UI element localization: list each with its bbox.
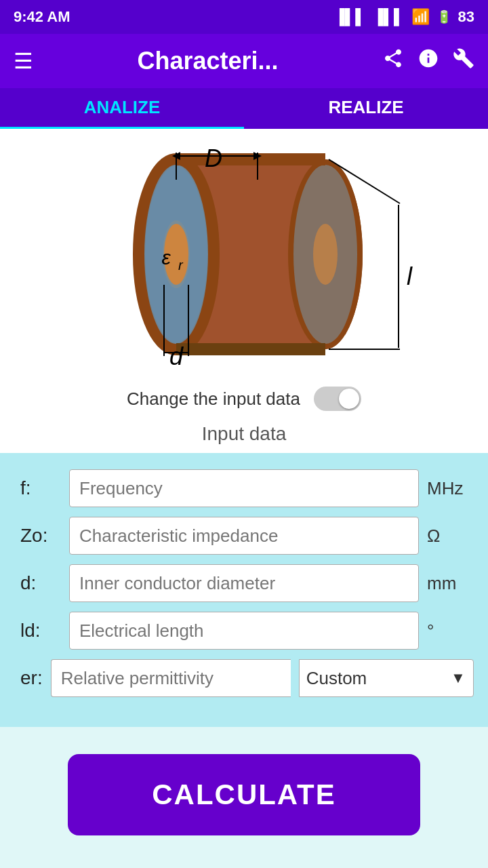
- svg-text:ε: ε: [161, 246, 171, 269]
- coaxial-diagram: D d ε r l: [68, 149, 420, 366]
- main-content: D d ε r l: [0, 129, 488, 727]
- electrical-length-input[interactable]: [69, 612, 419, 650]
- impedance-row: Zo: Ω: [20, 517, 468, 555]
- svg-text:d: d: [169, 342, 184, 366]
- signal-icon: ▐▌▌: [334, 8, 366, 26]
- battery-icon: 🔋: [436, 9, 451, 24]
- toggle-knob: [339, 389, 359, 409]
- electrical-length-label: ld:: [20, 620, 61, 642]
- diagram-area: D d ε r l: [0, 142, 488, 380]
- calculate-button[interactable]: CALCULATE: [68, 754, 420, 835]
- input-data-toggle[interactable]: [314, 387, 361, 411]
- status-right: ▐▌▌ ▐▌▌ 📶 🔋 83: [334, 8, 474, 26]
- inner-diameter-unit: mm: [427, 573, 468, 594]
- inner-diameter-input[interactable]: [69, 564, 419, 602]
- status-bar: 9:42 AM ▐▌▌ ▐▌▌ 📶 🔋 83: [0, 0, 488, 34]
- electrical-length-unit: °: [427, 620, 468, 642]
- page-title: Characteri...: [47, 47, 369, 75]
- svg-text:l: l: [407, 262, 413, 290]
- toggle-label: Change the input data: [127, 389, 300, 410]
- permittivity-input[interactable]: [51, 659, 291, 697]
- frequency-row: f: MHz: [20, 469, 468, 507]
- tab-analize[interactable]: ANALIZE: [0, 88, 244, 129]
- tab-realize[interactable]: REALIZE: [244, 88, 488, 129]
- toggle-area: Change the input data: [0, 380, 488, 418]
- permittivity-dropdown[interactable]: Custom Air (1.0) PTFE (2.1) Polyethylene…: [299, 659, 474, 697]
- impedance-input[interactable]: [69, 517, 419, 555]
- battery-level: 83: [458, 8, 474, 26]
- permittivity-dropdown-container: Custom Air (1.0) PTFE (2.1) Polyethylene…: [299, 659, 474, 697]
- frequency-unit: MHz: [427, 478, 468, 499]
- impedance-unit: Ω: [427, 526, 468, 547]
- status-time: 9:42 AM: [14, 8, 70, 26]
- inner-diameter-row: d: mm: [20, 564, 468, 602]
- signal-icon-2: ▐▌▌: [373, 8, 405, 26]
- app-header: ☰ Characteri...: [0, 34, 488, 88]
- tab-bar: ANALIZE REALIZE: [0, 88, 488, 129]
- svg-text:D: D: [205, 149, 222, 172]
- wrench-icon[interactable]: [453, 47, 474, 75]
- info-icon[interactable]: [418, 47, 439, 75]
- menu-icon[interactable]: ☰: [14, 48, 33, 74]
- impedance-label: Zo:: [20, 525, 61, 547]
- frequency-label: f:: [20, 477, 61, 499]
- input-form: f: MHz Zo: Ω d: mm ld: ° er:: [0, 453, 488, 727]
- svg-point-10: [313, 224, 338, 285]
- permittivity-label: er:: [20, 667, 43, 689]
- permittivity-row: er: Custom Air (1.0) PTFE (2.1) Polyethy…: [20, 659, 468, 697]
- electrical-length-row: ld: °: [20, 612, 468, 650]
- frequency-input[interactable]: [69, 469, 419, 507]
- input-data-section-label: Input data: [0, 418, 488, 453]
- wifi-icon: 📶: [411, 8, 430, 26]
- calculate-btn-area: CALCULATE: [0, 727, 488, 868]
- share-icon[interactable]: [382, 47, 404, 75]
- inner-diameter-label: d:: [20, 572, 61, 594]
